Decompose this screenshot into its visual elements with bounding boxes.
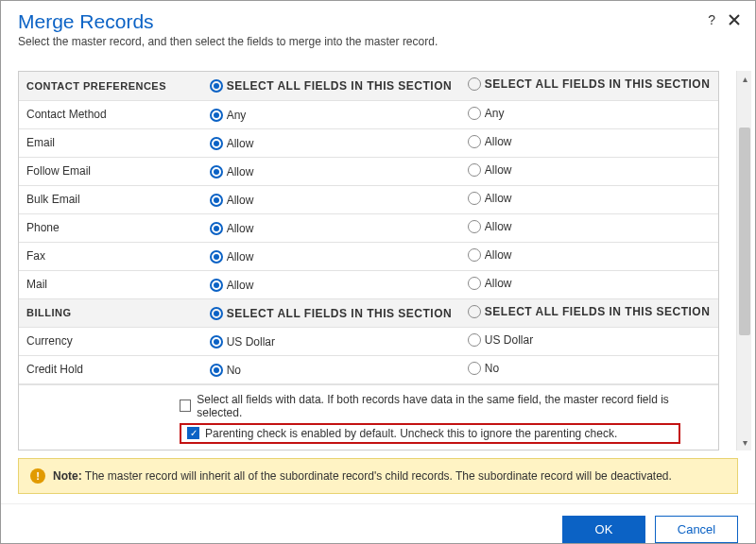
- cancel-button[interactable]: Cancel: [655, 516, 738, 543]
- dialog-title: Merge Records: [18, 10, 738, 33]
- help-icon[interactable]: ?: [708, 12, 715, 27]
- field-label: Email: [19, 128, 202, 157]
- field-value-master[interactable]: Allow: [210, 165, 254, 178]
- note-text: Note: The master record will inherit all…: [53, 469, 672, 483]
- section-header-contact-preferences: CONTACT PREFERENCES Select all fields in…: [19, 72, 718, 100]
- table-row: Email Allow Allow: [19, 128, 718, 157]
- field-value-subordinate[interactable]: Allow: [468, 163, 512, 177]
- field-value-master[interactable]: Allow: [210, 250, 254, 264]
- section-title: BILLING: [19, 298, 202, 327]
- field-label: Contact Method: [19, 100, 202, 128]
- warning-icon: !: [30, 468, 45, 484]
- field-label: Mail: [19, 270, 202, 298]
- note-bar: ! Note: The master record will inherit a…: [18, 458, 738, 494]
- note-body: The master record will inherit all of th…: [85, 469, 672, 483]
- field-value-master[interactable]: Allow: [210, 194, 254, 207]
- section-select-all-master[interactable]: Select all fields in this section: [210, 307, 453, 320]
- fields-panel: CONTACT PREFERENCES Select all fields in…: [18, 71, 719, 450]
- table-row: Follow Email Allow Allow: [19, 157, 718, 185]
- table-row: Phone Allow Allow: [19, 213, 718, 242]
- radio-label: Select all fields in this section: [227, 79, 453, 93]
- field-value-subordinate[interactable]: Allow: [468, 220, 512, 233]
- section-title: CONTACT PREFERENCES: [19, 72, 202, 100]
- select-all-with-data-label: Select all fields with data. If both rec…: [197, 393, 680, 419]
- scroll-down-icon[interactable]: ▾: [737, 435, 752, 450]
- close-icon[interactable]: [729, 14, 740, 26]
- field-value-master[interactable]: Any: [210, 109, 247, 122]
- field-label: Phone: [19, 213, 202, 242]
- global-options: Select all fields with data. If both rec…: [19, 384, 718, 450]
- dialog-header: Merge Records Select the master record, …: [1, 1, 755, 54]
- select-all-with-data-checkbox[interactable]: [180, 400, 191, 412]
- section-select-all-master[interactable]: Select all fields in this section: [210, 79, 453, 93]
- merge-records-dialog: Merge Records Select the master record, …: [0, 0, 756, 544]
- field-value-subordinate[interactable]: Allow: [468, 277, 512, 290]
- field-label: Fax: [19, 242, 202, 270]
- field-value-subordinate[interactable]: Allow: [468, 135, 512, 148]
- ok-button[interactable]: OK: [562, 516, 645, 543]
- dialog-footer: OK Cancel: [1, 503, 755, 545]
- field-value-master[interactable]: Allow: [210, 222, 254, 235]
- field-label: Follow Email: [19, 157, 202, 185]
- field-value-subordinate[interactable]: Any: [468, 107, 505, 120]
- field-value-master[interactable]: Allow: [210, 137, 254, 150]
- table-row: Contact Method Any Any: [19, 100, 718, 128]
- field-label: Credit Hold: [19, 355, 202, 383]
- field-value-master[interactable]: US Dollar: [210, 335, 275, 348]
- table-row: Fax Allow Allow: [19, 242, 718, 270]
- parenting-check-highlight: ✓ Parenting check is enabled by default.…: [180, 423, 680, 444]
- scroll-up-icon[interactable]: ▴: [737, 71, 752, 86]
- dialog-subtitle: Select the master record, and then selec…: [18, 35, 738, 48]
- radio-label: Select all fields in this section: [485, 77, 711, 91]
- vertical-scrollbar[interactable]: ▴ ▾: [736, 71, 751, 450]
- fields-table: CONTACT PREFERENCES Select all fields in…: [19, 72, 718, 384]
- note-prefix: Note:: [53, 469, 82, 483]
- table-row: Credit Hold No No: [19, 355, 718, 383]
- scroll-thumb[interactable]: [739, 128, 750, 335]
- table-row: Bulk Email Allow Allow: [19, 185, 718, 213]
- field-value-master[interactable]: Allow: [210, 279, 254, 292]
- section-select-all-subordinate[interactable]: Select all fields in this section: [468, 305, 711, 318]
- field-label: Currency: [19, 327, 202, 355]
- radio-label: Select all fields in this section: [227, 307, 453, 320]
- field-value-subordinate[interactable]: Allow: [468, 192, 512, 205]
- parenting-check-label: Parenting check is enabled by default. U…: [205, 427, 617, 440]
- field-value-subordinate[interactable]: No: [468, 362, 499, 375]
- field-value-subordinate[interactable]: US Dollar: [468, 333, 533, 347]
- parenting-check-checkbox[interactable]: ✓: [187, 427, 199, 439]
- table-row: Mail Allow Allow: [19, 270, 718, 298]
- section-select-all-subordinate[interactable]: Select all fields in this section: [468, 77, 711, 91]
- field-value-master[interactable]: No: [210, 364, 241, 377]
- table-row: Currency US Dollar US Dollar: [19, 327, 718, 355]
- section-header-billing: BILLING Select all fields in this sectio…: [19, 298, 718, 327]
- dialog-header-controls: ?: [708, 12, 740, 27]
- select-all-with-data-row: Select all fields with data. If both rec…: [180, 391, 680, 421]
- radio-label: Select all fields in this section: [485, 305, 711, 318]
- field-label: Bulk Email: [19, 185, 202, 213]
- field-value-subordinate[interactable]: Allow: [468, 248, 512, 262]
